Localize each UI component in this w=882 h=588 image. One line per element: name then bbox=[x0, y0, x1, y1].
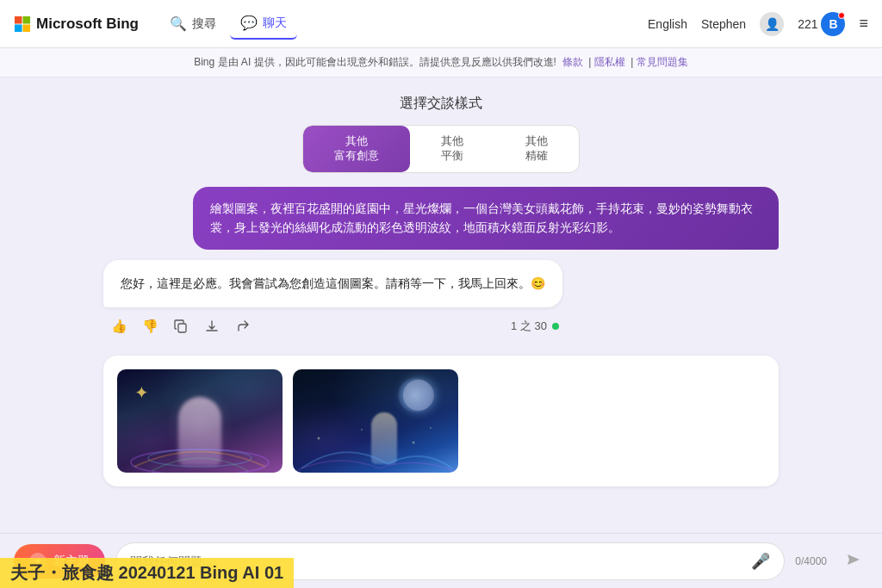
svg-rect-4 bbox=[178, 324, 186, 332]
svg-point-7 bbox=[318, 437, 320, 440]
user-avatar[interactable]: 👤 bbox=[760, 12, 784, 36]
share-button[interactable] bbox=[231, 314, 255, 338]
rewards-icon[interactable]: B bbox=[821, 12, 845, 36]
generated-image-2[interactable] bbox=[293, 369, 458, 473]
message-actions: 👍 👎 bbox=[103, 307, 562, 345]
faq-link[interactable]: 常見問題集 bbox=[637, 56, 688, 68]
bing-logo-text: Microsoft Bing bbox=[36, 15, 139, 33]
response-counter: 1 之 30 bbox=[511, 319, 559, 334]
language-button[interactable]: English bbox=[648, 17, 687, 31]
nav-search[interactable]: 🔍 搜尋 bbox=[159, 9, 227, 39]
notification-dot bbox=[838, 12, 845, 19]
style-buttons-group: 其他 富有創意 其他 平衡 其他 精確 bbox=[302, 125, 580, 173]
points-value: 221 bbox=[798, 17, 817, 31]
char-counter: 0/4000 bbox=[795, 555, 827, 567]
privacy-link[interactable]: 隱私權 bbox=[594, 56, 625, 68]
user-message: 繪製圖案，夜裡百花盛開的庭園中，星光燦爛，一個台灣美女頭戴花飾，手持花束，曼妙的… bbox=[193, 187, 779, 250]
logo[interactable]: Microsoft Bing bbox=[14, 15, 139, 33]
terms-link[interactable]: 條款 bbox=[562, 56, 583, 68]
microphone-icon[interactable]: 🎤 bbox=[751, 552, 770, 571]
bot-message: 您好，這裡是必應。我會嘗試為您創造這個圖案。請稍等一下，我馬上回來。😊 bbox=[103, 260, 562, 308]
svg-rect-3 bbox=[22, 24, 30, 32]
search-icon: 🔍 bbox=[170, 15, 187, 32]
person-icon: 👤 bbox=[765, 17, 780, 31]
header-right: English Stephen 👤 221 B ≡ bbox=[648, 12, 868, 36]
send-button[interactable] bbox=[837, 544, 868, 579]
svg-rect-2 bbox=[15, 24, 22, 32]
disclaimer-banner: Bing 是由 AI 提供，因此可能會出現意外和錯誤。請提供意見反應以供我們改進… bbox=[0, 48, 882, 77]
header: Microsoft Bing 🔍 搜尋 💬 聊天 English Stephen… bbox=[0, 0, 882, 48]
nav-chat[interactable]: 💬 聊天 bbox=[230, 8, 297, 40]
style-balanced-button[interactable]: 其他 平衡 bbox=[410, 126, 494, 172]
swirl-svg-1 bbox=[117, 411, 283, 473]
microsoft-logo-icon bbox=[14, 15, 31, 33]
main-content: 選擇交談樣式 其他 富有創意 其他 平衡 其他 精確 繪製圖案，夜裡百花盛開的庭… bbox=[0, 77, 882, 588]
thumbs-up-button[interactable]: 👍 bbox=[107, 314, 131, 338]
send-icon bbox=[844, 551, 861, 568]
image-result-container bbox=[103, 356, 779, 486]
main-nav: 🔍 搜尋 💬 聊天 bbox=[159, 8, 297, 40]
points-badge: 221 B bbox=[798, 12, 845, 36]
generated-image-1[interactable] bbox=[117, 369, 283, 473]
chat-area: 繪製圖案，夜裡百花盛開的庭園中，星光燦爛，一個台灣美女頭戴花飾，手持花束，曼妙的… bbox=[0, 187, 882, 533]
chat-icon: 💬 bbox=[240, 15, 258, 31]
style-precise-button[interactable]: 其他 精確 bbox=[494, 126, 579, 172]
thumbs-down-button[interactable]: 👎 bbox=[138, 314, 162, 338]
copy-icon bbox=[174, 319, 188, 333]
download-button[interactable] bbox=[200, 314, 224, 338]
svg-point-10 bbox=[430, 427, 432, 429]
download-icon bbox=[205, 319, 219, 333]
copy-button[interactable] bbox=[169, 314, 193, 338]
svg-rect-1 bbox=[22, 15, 30, 23]
watermark: 夫子・旅食趣 20240121 Bing AI 01 bbox=[0, 558, 294, 588]
share-icon bbox=[236, 319, 250, 333]
style-selector-title: 選擇交談樣式 bbox=[0, 95, 882, 113]
bot-message-container: 您好，這裡是必應。我會嘗試為您創造這個圖案。請稍等一下，我馬上回來。😊 👍 👎 bbox=[103, 260, 562, 346]
status-dot bbox=[552, 323, 559, 330]
hamburger-menu-icon[interactable]: ≡ bbox=[859, 15, 868, 33]
conversation-style-selector: 選擇交談樣式 其他 富有創意 其他 平衡 其他 精確 bbox=[0, 77, 882, 187]
user-name: Stephen bbox=[701, 17, 746, 31]
svg-point-9 bbox=[413, 442, 415, 444]
swirl-svg-2 bbox=[293, 421, 458, 473]
svg-point-8 bbox=[361, 429, 363, 430]
style-creative-button[interactable]: 其他 富有創意 bbox=[303, 126, 410, 172]
svg-rect-0 bbox=[15, 15, 22, 23]
